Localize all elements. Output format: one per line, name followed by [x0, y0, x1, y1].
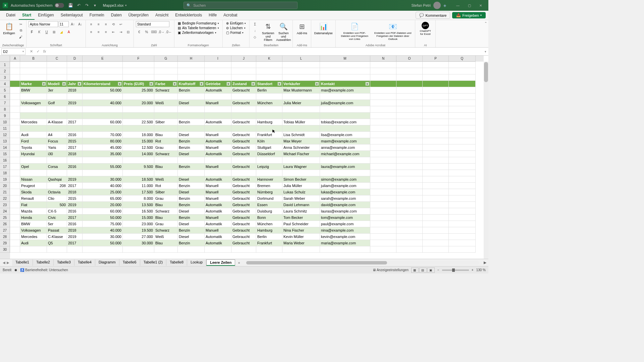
cell-P14[interactable]: [423, 144, 449, 151]
cell-E10[interactable]: 60.000: [83, 119, 123, 125]
cell-A4[interactable]: [10, 81, 20, 87]
cell-I13[interactable]: Automatik: [205, 138, 231, 144]
cell-C21[interactable]: Octavia: [47, 189, 67, 195]
ribbon-tab-ansicht[interactable]: Ansicht: [152, 11, 172, 20]
cell-L27[interactable]: Nina Fischer: [282, 227, 320, 234]
cell-I15[interactable]: Automatik: [205, 151, 231, 157]
cell-N16[interactable]: [370, 157, 396, 164]
cell-D3[interactable]: [67, 74, 83, 81]
fill-button[interactable]: ↓: [252, 27, 258, 34]
cell-K29[interactable]: Frankfurt: [256, 240, 282, 246]
cell-C16[interactable]: [47, 157, 67, 164]
cell-F30[interactable]: [123, 246, 154, 253]
cell-B13[interactable]: Ford: [20, 138, 47, 144]
cell-Q11[interactable]: [449, 125, 476, 132]
cell-O20[interactable]: [396, 183, 423, 189]
cell-D22[interactable]: 2015: [67, 195, 83, 202]
cell-G22[interactable]: Grau: [154, 195, 178, 202]
orientation-button[interactable]: ⟲: [110, 21, 117, 27]
cell-D15[interactable]: 2018: [67, 151, 83, 157]
row-header-2[interactable]: 2: [0, 68, 10, 74]
formula-input[interactable]: [49, 48, 483, 55]
filter-arrow[interactable]: ▾: [62, 82, 66, 86]
cell-F26[interactable]: 23.000: [123, 221, 154, 227]
cell-Q7[interactable]: [449, 100, 476, 106]
cell-I26[interactable]: Automatik: [205, 221, 231, 227]
cell-M5[interactable]: max@example.com: [320, 87, 370, 94]
cell-B14[interactable]: Toyota: [20, 144, 47, 151]
cell-I4[interactable]: Getriebe▾: [205, 81, 231, 87]
cell-O15[interactable]: [396, 151, 423, 157]
cell-C24[interactable]: CX-5: [47, 208, 67, 215]
name-box[interactable]: D2▾: [1, 48, 25, 55]
collapse-ribbon-button[interactable]: ⌃: [483, 20, 488, 47]
cell-B24[interactable]: Mazda: [20, 208, 47, 215]
cell-Q3[interactable]: [449, 74, 476, 81]
zoom-in-button[interactable]: +: [472, 268, 474, 272]
cell-B18[interactable]: [20, 170, 47, 176]
cell-C3[interactable]: [47, 74, 67, 81]
align-middle-button[interactable]: ≡: [95, 21, 102, 27]
cell-I20[interactable]: Manuell: [205, 183, 231, 189]
cell-I10[interactable]: Automatik: [205, 119, 231, 125]
cell-P30[interactable]: [423, 246, 449, 253]
cell-M22[interactable]: sarah@example.com: [320, 195, 370, 202]
cell-I16[interactable]: [205, 157, 231, 164]
filter-arrow[interactable]: ▾: [149, 82, 153, 86]
decrease-font-button[interactable]: A↓: [77, 21, 84, 27]
cell-Q18[interactable]: [449, 170, 476, 176]
column-header-J[interactable]: J: [231, 56, 256, 62]
cell-L19[interactable]: Simon Becker: [282, 176, 320, 183]
cell-E11[interactable]: [83, 125, 123, 132]
cell-L23[interactable]: David Lehmann: [282, 202, 320, 208]
cell-A17[interactable]: [10, 164, 20, 170]
border-button[interactable]: ⊞: [51, 29, 57, 35]
cell-C9[interactable]: [47, 113, 67, 119]
row-header-10[interactable]: 10: [0, 119, 10, 125]
ribbon-tab-datei[interactable]: Datei: [3, 11, 19, 20]
cell-E12[interactable]: 70.000: [83, 132, 123, 138]
cell-C6[interactable]: [47, 94, 67, 100]
cancel-formula-button[interactable]: ✕: [28, 49, 34, 54]
cell-G2[interactable]: [154, 68, 178, 74]
cell-M20[interactable]: juliam@example.com: [320, 183, 370, 189]
cell-G18[interactable]: [154, 170, 178, 176]
cell-D19[interactable]: 2019: [67, 176, 83, 183]
cell-L1[interactable]: [282, 62, 320, 68]
cell-I14[interactable]: Manuell: [205, 144, 231, 151]
cell-D25[interactable]: 2017: [67, 215, 83, 221]
cell-N23[interactable]: [370, 202, 396, 208]
cell-B12[interactable]: Audi: [20, 132, 47, 138]
cell-I11[interactable]: [205, 125, 231, 132]
column-header-H[interactable]: H: [178, 56, 205, 62]
filter-arrow[interactable]: ▾: [42, 82, 46, 86]
cell-G17[interactable]: Blau: [154, 164, 178, 170]
ribbon-tab-überprüfen[interactable]: Überprüfen: [125, 11, 152, 20]
column-header-G[interactable]: G: [154, 56, 178, 62]
cell-E22[interactable]: 65.000: [83, 195, 123, 202]
cell-K13[interactable]: Köln: [256, 138, 282, 144]
cell-O16[interactable]: [396, 157, 423, 164]
cell-K27[interactable]: Hamburg: [256, 227, 282, 234]
cell-H24[interactable]: Diesel: [178, 208, 205, 215]
cell-F22[interactable]: 8.000: [123, 195, 154, 202]
cell-D30[interactable]: [67, 246, 83, 253]
cell-L29[interactable]: Maria Weber: [282, 240, 320, 246]
font-size-select[interactable]: [59, 21, 69, 27]
cell-H12[interactable]: Diesel: [178, 132, 205, 138]
cell-M18[interactable]: [320, 170, 370, 176]
cell-D18[interactable]: [67, 170, 83, 176]
cell-B17[interactable]: Opel: [20, 164, 47, 170]
comments-button[interactable]: 💬 Kommentare: [416, 12, 450, 19]
cell-P1[interactable]: [423, 62, 449, 68]
cell-P26[interactable]: [423, 221, 449, 227]
sheet-tab-lookup[interactable]: Lookup: [187, 259, 206, 266]
cell-G19[interactable]: Weiß: [154, 176, 178, 183]
cell-M2[interactable]: [320, 68, 370, 74]
cell-G10[interactable]: Silber: [154, 119, 178, 125]
sheet-nav-prev[interactable]: ◀: [3, 261, 5, 264]
autosave-toggle[interactable]: Automatisches Speichern: [11, 3, 64, 8]
cell-N1[interactable]: [370, 62, 396, 68]
cell-F19[interactable]: 18.500: [123, 176, 154, 183]
cell-O30[interactable]: [396, 246, 423, 253]
